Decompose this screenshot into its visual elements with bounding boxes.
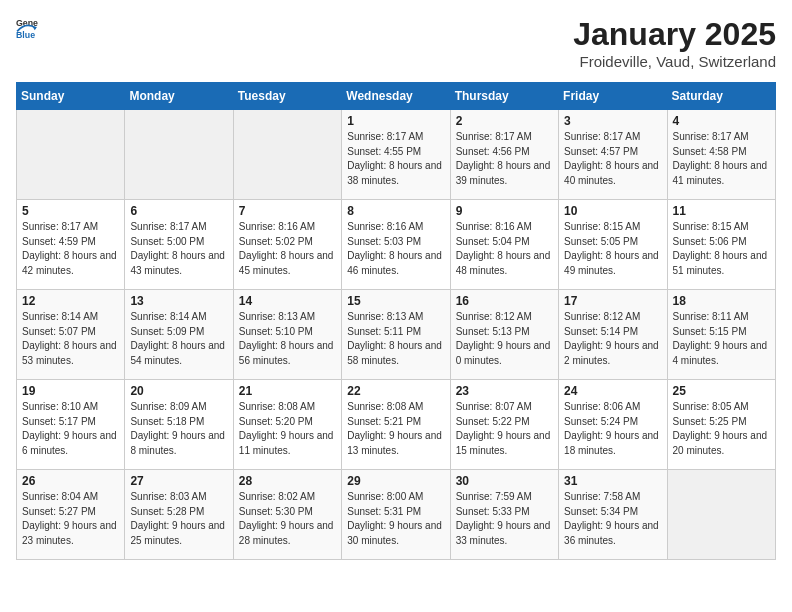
- day-number: 21: [239, 384, 336, 398]
- table-row: 14 Sunrise: 8:13 AMSunset: 5:10 PMDaylig…: [233, 290, 341, 380]
- table-row: 10 Sunrise: 8:15 AMSunset: 5:05 PMDaylig…: [559, 200, 667, 290]
- day-content: Sunrise: 7:59 AMSunset: 5:33 PMDaylight:…: [456, 490, 553, 548]
- table-row: 27 Sunrise: 8:03 AMSunset: 5:28 PMDaylig…: [125, 470, 233, 560]
- table-row: [233, 110, 341, 200]
- day-content: Sunrise: 8:17 AMSunset: 5:00 PMDaylight:…: [130, 220, 227, 278]
- table-row: 22 Sunrise: 8:08 AMSunset: 5:21 PMDaylig…: [342, 380, 450, 470]
- calendar-title: January 2025: [573, 16, 776, 53]
- calendar-week-row: 26 Sunrise: 8:04 AMSunset: 5:27 PMDaylig…: [17, 470, 776, 560]
- page-header: General Blue January 2025 Froideville, V…: [16, 16, 776, 70]
- table-row: 6 Sunrise: 8:17 AMSunset: 5:00 PMDayligh…: [125, 200, 233, 290]
- table-row: 11 Sunrise: 8:15 AMSunset: 5:06 PMDaylig…: [667, 200, 775, 290]
- calendar-week-row: 19 Sunrise: 8:10 AMSunset: 5:17 PMDaylig…: [17, 380, 776, 470]
- day-content: Sunrise: 7:58 AMSunset: 5:34 PMDaylight:…: [564, 490, 661, 548]
- col-thursday: Thursday: [450, 83, 558, 110]
- day-content: Sunrise: 8:17 AMSunset: 4:56 PMDaylight:…: [456, 130, 553, 188]
- day-number: 8: [347, 204, 444, 218]
- table-row: 25 Sunrise: 8:05 AMSunset: 5:25 PMDaylig…: [667, 380, 775, 470]
- day-content: Sunrise: 8:16 AMSunset: 5:03 PMDaylight:…: [347, 220, 444, 278]
- day-number: 2: [456, 114, 553, 128]
- day-number: 17: [564, 294, 661, 308]
- day-number: 23: [456, 384, 553, 398]
- day-content: Sunrise: 8:16 AMSunset: 5:04 PMDaylight:…: [456, 220, 553, 278]
- day-content: Sunrise: 8:13 AMSunset: 5:11 PMDaylight:…: [347, 310, 444, 368]
- col-tuesday: Tuesday: [233, 83, 341, 110]
- day-number: 19: [22, 384, 119, 398]
- day-content: Sunrise: 8:04 AMSunset: 5:27 PMDaylight:…: [22, 490, 119, 548]
- day-number: 3: [564, 114, 661, 128]
- table-row: 21 Sunrise: 8:08 AMSunset: 5:20 PMDaylig…: [233, 380, 341, 470]
- table-row: 29 Sunrise: 8:00 AMSunset: 5:31 PMDaylig…: [342, 470, 450, 560]
- calendar-subtitle: Froideville, Vaud, Switzerland: [573, 53, 776, 70]
- day-number: 1: [347, 114, 444, 128]
- col-friday: Friday: [559, 83, 667, 110]
- svg-text:Blue: Blue: [16, 30, 35, 38]
- day-content: Sunrise: 8:10 AMSunset: 5:17 PMDaylight:…: [22, 400, 119, 458]
- col-sunday: Sunday: [17, 83, 125, 110]
- calendar-week-row: 5 Sunrise: 8:17 AMSunset: 4:59 PMDayligh…: [17, 200, 776, 290]
- calendar-header-row: Sunday Monday Tuesday Wednesday Thursday…: [17, 83, 776, 110]
- day-number: 16: [456, 294, 553, 308]
- table-row: 1 Sunrise: 8:17 AMSunset: 4:55 PMDayligh…: [342, 110, 450, 200]
- day-content: Sunrise: 8:03 AMSunset: 5:28 PMDaylight:…: [130, 490, 227, 548]
- day-number: 24: [564, 384, 661, 398]
- day-number: 30: [456, 474, 553, 488]
- calendar-week-row: 12 Sunrise: 8:14 AMSunset: 5:07 PMDaylig…: [17, 290, 776, 380]
- day-content: Sunrise: 8:12 AMSunset: 5:14 PMDaylight:…: [564, 310, 661, 368]
- col-monday: Monday: [125, 83, 233, 110]
- day-content: Sunrise: 8:02 AMSunset: 5:30 PMDaylight:…: [239, 490, 336, 548]
- day-number: 31: [564, 474, 661, 488]
- day-content: Sunrise: 8:11 AMSunset: 5:15 PMDaylight:…: [673, 310, 770, 368]
- day-number: 18: [673, 294, 770, 308]
- day-content: Sunrise: 8:17 AMSunset: 4:57 PMDaylight:…: [564, 130, 661, 188]
- day-content: Sunrise: 8:12 AMSunset: 5:13 PMDaylight:…: [456, 310, 553, 368]
- logo: General Blue: [16, 16, 38, 38]
- day-content: Sunrise: 8:07 AMSunset: 5:22 PMDaylight:…: [456, 400, 553, 458]
- table-row: [17, 110, 125, 200]
- calendar-table: Sunday Monday Tuesday Wednesday Thursday…: [16, 82, 776, 560]
- table-row: 24 Sunrise: 8:06 AMSunset: 5:24 PMDaylig…: [559, 380, 667, 470]
- table-row: 5 Sunrise: 8:17 AMSunset: 4:59 PMDayligh…: [17, 200, 125, 290]
- table-row: 16 Sunrise: 8:12 AMSunset: 5:13 PMDaylig…: [450, 290, 558, 380]
- table-row: 15 Sunrise: 8:13 AMSunset: 5:11 PMDaylig…: [342, 290, 450, 380]
- table-row: 31 Sunrise: 7:58 AMSunset: 5:34 PMDaylig…: [559, 470, 667, 560]
- day-number: 5: [22, 204, 119, 218]
- table-row: 18 Sunrise: 8:11 AMSunset: 5:15 PMDaylig…: [667, 290, 775, 380]
- table-row: 9 Sunrise: 8:16 AMSunset: 5:04 PMDayligh…: [450, 200, 558, 290]
- table-row: 13 Sunrise: 8:14 AMSunset: 5:09 PMDaylig…: [125, 290, 233, 380]
- day-number: 20: [130, 384, 227, 398]
- day-content: Sunrise: 8:05 AMSunset: 5:25 PMDaylight:…: [673, 400, 770, 458]
- table-row: 30 Sunrise: 7:59 AMSunset: 5:33 PMDaylig…: [450, 470, 558, 560]
- day-content: Sunrise: 8:15 AMSunset: 5:05 PMDaylight:…: [564, 220, 661, 278]
- table-row: 20 Sunrise: 8:09 AMSunset: 5:18 PMDaylig…: [125, 380, 233, 470]
- table-row: 23 Sunrise: 8:07 AMSunset: 5:22 PMDaylig…: [450, 380, 558, 470]
- day-content: Sunrise: 8:13 AMSunset: 5:10 PMDaylight:…: [239, 310, 336, 368]
- table-row: 12 Sunrise: 8:14 AMSunset: 5:07 PMDaylig…: [17, 290, 125, 380]
- logo-icon: General Blue: [16, 16, 38, 38]
- day-number: 25: [673, 384, 770, 398]
- title-block: January 2025 Froideville, Vaud, Switzerl…: [573, 16, 776, 70]
- day-number: 13: [130, 294, 227, 308]
- table-row: 4 Sunrise: 8:17 AMSunset: 4:58 PMDayligh…: [667, 110, 775, 200]
- day-content: Sunrise: 8:09 AMSunset: 5:18 PMDaylight:…: [130, 400, 227, 458]
- day-number: 28: [239, 474, 336, 488]
- day-content: Sunrise: 8:08 AMSunset: 5:21 PMDaylight:…: [347, 400, 444, 458]
- day-content: Sunrise: 8:08 AMSunset: 5:20 PMDaylight:…: [239, 400, 336, 458]
- table-row: [125, 110, 233, 200]
- table-row: 3 Sunrise: 8:17 AMSunset: 4:57 PMDayligh…: [559, 110, 667, 200]
- table-row: 26 Sunrise: 8:04 AMSunset: 5:27 PMDaylig…: [17, 470, 125, 560]
- day-content: Sunrise: 8:15 AMSunset: 5:06 PMDaylight:…: [673, 220, 770, 278]
- day-number: 12: [22, 294, 119, 308]
- day-number: 10: [564, 204, 661, 218]
- day-number: 15: [347, 294, 444, 308]
- day-content: Sunrise: 8:16 AMSunset: 5:02 PMDaylight:…: [239, 220, 336, 278]
- table-row: 19 Sunrise: 8:10 AMSunset: 5:17 PMDaylig…: [17, 380, 125, 470]
- day-number: 22: [347, 384, 444, 398]
- day-content: Sunrise: 8:14 AMSunset: 5:09 PMDaylight:…: [130, 310, 227, 368]
- table-row: 8 Sunrise: 8:16 AMSunset: 5:03 PMDayligh…: [342, 200, 450, 290]
- day-number: 6: [130, 204, 227, 218]
- svg-text:General: General: [16, 18, 38, 28]
- day-content: Sunrise: 8:06 AMSunset: 5:24 PMDaylight:…: [564, 400, 661, 458]
- day-number: 29: [347, 474, 444, 488]
- day-content: Sunrise: 8:17 AMSunset: 4:59 PMDaylight:…: [22, 220, 119, 278]
